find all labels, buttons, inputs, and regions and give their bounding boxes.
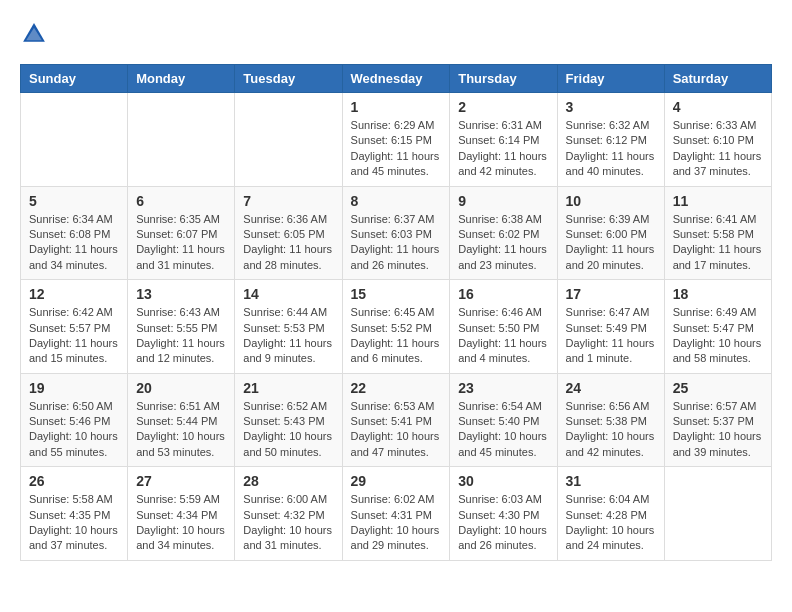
day-info: Sunrise: 6:46 AM Sunset: 5:50 PM Dayligh… [458,305,548,367]
calendar: SundayMondayTuesdayWednesdayThursdayFrid… [20,64,772,561]
calendar-cell: 25Sunrise: 6:57 AM Sunset: 5:37 PM Dayli… [664,373,771,467]
day-number: 2 [458,99,548,115]
calendar-cell: 24Sunrise: 6:56 AM Sunset: 5:38 PM Dayli… [557,373,664,467]
calendar-cell: 28Sunrise: 6:00 AM Sunset: 4:32 PM Dayli… [235,467,342,561]
day-info: Sunrise: 6:04 AM Sunset: 4:28 PM Dayligh… [566,492,656,554]
calendar-cell: 31Sunrise: 6:04 AM Sunset: 4:28 PM Dayli… [557,467,664,561]
calendar-cell: 30Sunrise: 6:03 AM Sunset: 4:30 PM Dayli… [450,467,557,561]
calendar-week-1: 5Sunrise: 6:34 AM Sunset: 6:08 PM Daylig… [21,186,772,280]
calendar-cell: 4Sunrise: 6:33 AM Sunset: 6:10 PM Daylig… [664,93,771,187]
day-info: Sunrise: 6:53 AM Sunset: 5:41 PM Dayligh… [351,399,442,461]
weekday-header-wednesday: Wednesday [342,65,450,93]
calendar-cell: 27Sunrise: 5:59 AM Sunset: 4:34 PM Dayli… [128,467,235,561]
day-info: Sunrise: 6:38 AM Sunset: 6:02 PM Dayligh… [458,212,548,274]
calendar-cell [235,93,342,187]
day-info: Sunrise: 6:00 AM Sunset: 4:32 PM Dayligh… [243,492,333,554]
day-number: 26 [29,473,119,489]
day-info: Sunrise: 6:39 AM Sunset: 6:00 PM Dayligh… [566,212,656,274]
day-number: 4 [673,99,763,115]
day-info: Sunrise: 6:45 AM Sunset: 5:52 PM Dayligh… [351,305,442,367]
calendar-cell: 2Sunrise: 6:31 AM Sunset: 6:14 PM Daylig… [450,93,557,187]
day-number: 15 [351,286,442,302]
calendar-cell: 5Sunrise: 6:34 AM Sunset: 6:08 PM Daylig… [21,186,128,280]
weekday-header-thursday: Thursday [450,65,557,93]
day-number: 8 [351,193,442,209]
weekday-header-tuesday: Tuesday [235,65,342,93]
day-number: 20 [136,380,226,396]
day-info: Sunrise: 5:58 AM Sunset: 4:35 PM Dayligh… [29,492,119,554]
logo-icon [20,20,48,48]
day-info: Sunrise: 6:34 AM Sunset: 6:08 PM Dayligh… [29,212,119,274]
day-number: 19 [29,380,119,396]
day-info: Sunrise: 6:54 AM Sunset: 5:40 PM Dayligh… [458,399,548,461]
day-number: 11 [673,193,763,209]
day-info: Sunrise: 6:44 AM Sunset: 5:53 PM Dayligh… [243,305,333,367]
calendar-week-2: 12Sunrise: 6:42 AM Sunset: 5:57 PM Dayli… [21,280,772,374]
calendar-cell: 16Sunrise: 6:46 AM Sunset: 5:50 PM Dayli… [450,280,557,374]
calendar-body: 1Sunrise: 6:29 AM Sunset: 6:15 PM Daylig… [21,93,772,561]
day-number: 10 [566,193,656,209]
calendar-cell [128,93,235,187]
day-number: 13 [136,286,226,302]
day-info: Sunrise: 6:51 AM Sunset: 5:44 PM Dayligh… [136,399,226,461]
calendar-cell: 15Sunrise: 6:45 AM Sunset: 5:52 PM Dayli… [342,280,450,374]
calendar-cell [21,93,128,187]
calendar-cell: 12Sunrise: 6:42 AM Sunset: 5:57 PM Dayli… [21,280,128,374]
calendar-week-3: 19Sunrise: 6:50 AM Sunset: 5:46 PM Dayli… [21,373,772,467]
calendar-cell: 21Sunrise: 6:52 AM Sunset: 5:43 PM Dayli… [235,373,342,467]
calendar-cell: 20Sunrise: 6:51 AM Sunset: 5:44 PM Dayli… [128,373,235,467]
calendar-week-4: 26Sunrise: 5:58 AM Sunset: 4:35 PM Dayli… [21,467,772,561]
calendar-cell: 10Sunrise: 6:39 AM Sunset: 6:00 PM Dayli… [557,186,664,280]
day-info: Sunrise: 6:35 AM Sunset: 6:07 PM Dayligh… [136,212,226,274]
day-number: 7 [243,193,333,209]
day-number: 28 [243,473,333,489]
day-number: 9 [458,193,548,209]
day-info: Sunrise: 6:50 AM Sunset: 5:46 PM Dayligh… [29,399,119,461]
calendar-header: SundayMondayTuesdayWednesdayThursdayFrid… [21,65,772,93]
calendar-cell: 22Sunrise: 6:53 AM Sunset: 5:41 PM Dayli… [342,373,450,467]
calendar-cell: 7Sunrise: 6:36 AM Sunset: 6:05 PM Daylig… [235,186,342,280]
calendar-cell [664,467,771,561]
day-info: Sunrise: 6:47 AM Sunset: 5:49 PM Dayligh… [566,305,656,367]
calendar-cell: 29Sunrise: 6:02 AM Sunset: 4:31 PM Dayli… [342,467,450,561]
weekday-header-saturday: Saturday [664,65,771,93]
day-number: 5 [29,193,119,209]
day-info: Sunrise: 6:03 AM Sunset: 4:30 PM Dayligh… [458,492,548,554]
day-number: 27 [136,473,226,489]
calendar-cell: 6Sunrise: 6:35 AM Sunset: 6:07 PM Daylig… [128,186,235,280]
calendar-cell: 19Sunrise: 6:50 AM Sunset: 5:46 PM Dayli… [21,373,128,467]
day-info: Sunrise: 6:56 AM Sunset: 5:38 PM Dayligh… [566,399,656,461]
day-number: 25 [673,380,763,396]
day-info: Sunrise: 6:32 AM Sunset: 6:12 PM Dayligh… [566,118,656,180]
day-info: Sunrise: 5:59 AM Sunset: 4:34 PM Dayligh… [136,492,226,554]
weekday-header-sunday: Sunday [21,65,128,93]
day-number: 12 [29,286,119,302]
day-info: Sunrise: 6:02 AM Sunset: 4:31 PM Dayligh… [351,492,442,554]
day-number: 21 [243,380,333,396]
calendar-cell: 9Sunrise: 6:38 AM Sunset: 6:02 PM Daylig… [450,186,557,280]
calendar-cell: 23Sunrise: 6:54 AM Sunset: 5:40 PM Dayli… [450,373,557,467]
calendar-cell: 14Sunrise: 6:44 AM Sunset: 5:53 PM Dayli… [235,280,342,374]
day-info: Sunrise: 6:31 AM Sunset: 6:14 PM Dayligh… [458,118,548,180]
day-info: Sunrise: 6:33 AM Sunset: 6:10 PM Dayligh… [673,118,763,180]
day-number: 14 [243,286,333,302]
day-number: 29 [351,473,442,489]
day-info: Sunrise: 6:36 AM Sunset: 6:05 PM Dayligh… [243,212,333,274]
day-number: 3 [566,99,656,115]
day-info: Sunrise: 6:42 AM Sunset: 5:57 PM Dayligh… [29,305,119,367]
weekday-header-row: SundayMondayTuesdayWednesdayThursdayFrid… [21,65,772,93]
day-info: Sunrise: 6:43 AM Sunset: 5:55 PM Dayligh… [136,305,226,367]
calendar-cell: 26Sunrise: 5:58 AM Sunset: 4:35 PM Dayli… [21,467,128,561]
day-number: 1 [351,99,442,115]
day-number: 24 [566,380,656,396]
calendar-cell: 11Sunrise: 6:41 AM Sunset: 5:58 PM Dayli… [664,186,771,280]
day-number: 31 [566,473,656,489]
calendar-cell: 18Sunrise: 6:49 AM Sunset: 5:47 PM Dayli… [664,280,771,374]
day-number: 17 [566,286,656,302]
day-number: 16 [458,286,548,302]
weekday-header-monday: Monday [128,65,235,93]
calendar-cell: 13Sunrise: 6:43 AM Sunset: 5:55 PM Dayli… [128,280,235,374]
day-info: Sunrise: 6:49 AM Sunset: 5:47 PM Dayligh… [673,305,763,367]
day-number: 23 [458,380,548,396]
logo [20,20,52,48]
